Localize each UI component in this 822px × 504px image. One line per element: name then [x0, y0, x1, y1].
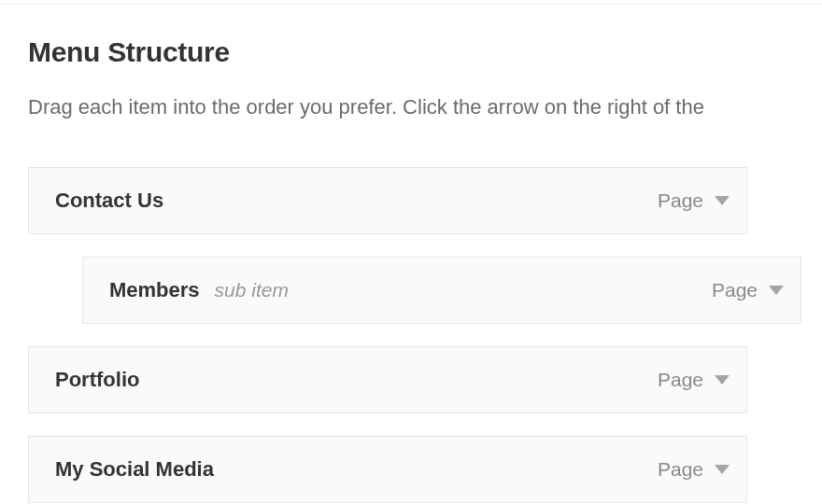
menu-items-list: Contact Us Page Members sub item Page Po… [28, 167, 822, 503]
menu-item-portfolio[interactable]: Portfolio Page [28, 346, 747, 413]
menu-item-my-social-media[interactable]: My Social Media Page [28, 436, 747, 503]
menu-item-members[interactable]: Members sub item Page [82, 257, 801, 324]
menu-item-left: Contact Us [55, 189, 163, 213]
menu-item-right[interactable]: Page [658, 189, 730, 212]
chevron-down-icon[interactable] [715, 465, 730, 474]
panel-heading: Menu Structure [28, 36, 822, 68]
menu-item-type: Page [658, 458, 703, 481]
menu-item-type: Page [712, 279, 758, 301]
menu-item-right[interactable]: Page [658, 369, 730, 391]
menu-item-title: Contact Us [55, 189, 163, 213]
menu-item-right[interactable]: Page [712, 279, 784, 301]
menu-item-right[interactable]: Page [658, 458, 730, 481]
panel-description: Drag each item into the order you prefer… [28, 92, 822, 122]
chevron-down-icon[interactable] [715, 375, 730, 385]
menu-item-title: Portfolio [55, 368, 139, 392]
menu-item-left: Members sub item [109, 278, 289, 302]
menu-item-type: Page [658, 369, 703, 391]
chevron-down-icon[interactable] [715, 196, 730, 205]
menu-item-title: Members [109, 278, 200, 302]
chevron-down-icon[interactable] [769, 286, 784, 295]
menu-item-contact-us[interactable]: Contact Us Page [28, 167, 747, 234]
menu-item-title: My Social Media [55, 457, 214, 482]
menu-structure-panel: Menu Structure Drag each item into the o… [0, 4, 822, 503]
menu-item-type: Page [658, 189, 703, 212]
menu-item-left: My Social Media [55, 457, 214, 482]
menu-item-left: Portfolio [55, 368, 139, 392]
menu-item-sub-label: sub item [215, 279, 289, 301]
